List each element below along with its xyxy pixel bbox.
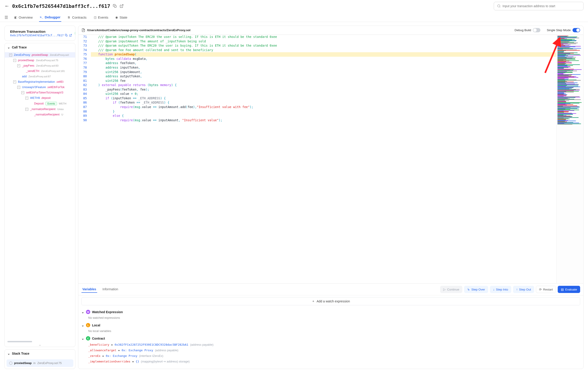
var-row[interactable]: _allowanceTarget = 0x: Exchange Proxy (a… bbox=[82, 347, 580, 353]
trace-row[interactable]: −WETH9.deposit bbox=[5, 95, 75, 101]
status-badge: Running bbox=[75, 30, 75, 36]
code-editor[interactable]: 71 /// @param inputToken The ERC20 the u… bbox=[78, 35, 556, 283]
external-link-icon[interactable] bbox=[69, 34, 72, 37]
debugger-icon: >_ bbox=[40, 15, 43, 19]
continue-button[interactable]: ▷Continue bbox=[440, 286, 462, 293]
collapse-icon[interactable]: − bbox=[21, 91, 24, 94]
code-line: 82 ) external payable returns (bytes mem… bbox=[78, 83, 556, 87]
var-row[interactable]: _beneficiary = 0x382fFCe2287252F930E1C8D… bbox=[82, 342, 580, 347]
tx-hash-link[interactable]: 0x6c1fb7ef5265447d1baff3cf...f617 bbox=[10, 34, 63, 37]
trace-row[interactable]: addZeroExProxy.sol:87 bbox=[5, 74, 75, 79]
collapse-icon[interactable]: − bbox=[25, 97, 28, 100]
code-line: 71 /// @param inputToken The ERC20 the u… bbox=[78, 35, 556, 39]
trace-row[interactable]: −BaseRegistrarImplementation.sellEt bbox=[5, 79, 75, 84]
step-out-button[interactable]: ↑Step Out bbox=[513, 286, 534, 293]
file-icon bbox=[82, 28, 85, 32]
var-group-header[interactable]: ⌄LLocal bbox=[82, 322, 580, 329]
plus-icon: ＋ bbox=[312, 299, 315, 303]
svg-rect-0 bbox=[115, 6, 116, 7]
code-line: 72 /// @param inputAmount The amount of … bbox=[78, 39, 556, 44]
trace-row[interactable]: DepositEvents WETH bbox=[5, 101, 75, 106]
code-line: 77 address feeToken, bbox=[78, 61, 556, 65]
var-group-header[interactable]: ⌄WWatched Expression bbox=[82, 308, 580, 315]
collapse-icon[interactable]: − bbox=[25, 108, 28, 111]
svg-point-1 bbox=[498, 5, 500, 7]
trace-row[interactable]: _normalizeRecipientU bbox=[5, 112, 75, 117]
trace-row[interactable]: −_normalizeRecipientUnisv bbox=[5, 106, 75, 112]
code-line: 81 uint256 fee bbox=[78, 79, 556, 83]
radio-icon bbox=[9, 362, 12, 365]
tab-state[interactable]: ◉State bbox=[115, 13, 128, 22]
collapse-icon[interactable]: − bbox=[9, 54, 12, 57]
search-box[interactable] bbox=[494, 2, 584, 10]
code-line: 85 if (inputToken == _ETH_ADDRESS) { bbox=[78, 96, 556, 101]
back-button[interactable]: ← bbox=[4, 3, 10, 9]
resize-handle[interactable]: ═ bbox=[5, 344, 75, 347]
overview-icon: ◧ bbox=[14, 16, 17, 19]
collapse-icon[interactable]: − bbox=[17, 86, 20, 89]
state-icon: ◉ bbox=[115, 16, 118, 19]
code-line: 73 /// @param outputToken The ERC20 the … bbox=[78, 43, 556, 48]
collapse-icon[interactable]: − bbox=[13, 81, 16, 83]
scrollbar[interactable] bbox=[7, 341, 32, 342]
add-watch-button[interactable]: ＋ Add a watch expression bbox=[82, 297, 580, 305]
collapse-icon[interactable]: − bbox=[17, 64, 20, 67]
minimap[interactable]: ████████████████████████████████████████… bbox=[556, 35, 583, 283]
menu-icon[interactable]: ☰ bbox=[4, 15, 8, 20]
tab-contracts[interactable]: 🗎Contracts bbox=[67, 13, 87, 22]
code-line: 78 address inputToken, bbox=[78, 65, 556, 70]
group-badge: C bbox=[86, 336, 90, 341]
chevron-down-icon: ⌄ bbox=[82, 310, 84, 314]
var-row[interactable]: _zeroEx = 0x: Exchange Proxy (interface … bbox=[82, 353, 580, 359]
chevron-down-icon: ⌄ bbox=[82, 337, 84, 340]
collapse-icon[interactable]: − bbox=[13, 59, 16, 62]
copy-icon[interactable] bbox=[65, 34, 68, 37]
step-out-icon: ↑ bbox=[516, 288, 518, 291]
tx-hash: 0x6c1fb7ef5265447d1baff3cf...f617 bbox=[12, 3, 110, 9]
stack-row[interactable]: proxiedSwapinZeroExProxy.sol:75 bbox=[7, 359, 74, 367]
code-line: 76 bytes calldata msgData, bbox=[78, 57, 556, 61]
trace-row[interactable]: −proxiedSwapZeroExProxy.sol:75 bbox=[5, 58, 75, 63]
code-line: 87 require(msg.value == inputAmount.add(… bbox=[78, 105, 556, 109]
svg-line-2 bbox=[500, 7, 500, 7]
play-icon: ▷ bbox=[443, 288, 446, 291]
code-line: 74 /// @param fee Fee amount collected a… bbox=[78, 48, 556, 52]
code-line: 84 uint256 value = 0; bbox=[78, 92, 556, 96]
code-line: 83 _payFees(feeToken, fee); bbox=[78, 87, 556, 92]
copy-icon[interactable] bbox=[113, 4, 117, 8]
search-input[interactable] bbox=[503, 4, 580, 8]
code-line: 86 if (feeToken == _ETH_ADDRESS) { bbox=[78, 101, 556, 105]
external-link-icon[interactable] bbox=[120, 4, 124, 8]
tx-title: Ethereum Transaction bbox=[10, 30, 72, 33]
trace-row[interactable]: _sendETHZeroExProxy.sol:181 bbox=[5, 68, 75, 74]
trace-row[interactable]: −sellEthForTokenToUniswapV3 bbox=[5, 90, 75, 95]
code-line: 75 function proxiedSwap( bbox=[78, 52, 556, 57]
single-step-toggle[interactable] bbox=[573, 28, 580, 32]
trace-row[interactable]: −UniswapV3Feature.sellEthForTok bbox=[5, 84, 75, 90]
debug-tab-variables[interactable]: Variables bbox=[82, 286, 97, 293]
restart-button[interactable]: ⟳Restart bbox=[536, 286, 556, 293]
file-path: /Users/kimbui/Code/src/swap-proxy-contra… bbox=[87, 29, 190, 32]
var-row[interactable]: _implementationOverrides = {} (mapping(b… bbox=[82, 359, 580, 364]
code-line: 90 require(msg.value == inputAmount, "In… bbox=[78, 118, 556, 123]
var-group-header[interactable]: ⌄CContract bbox=[82, 335, 580, 342]
group-badge: L bbox=[86, 323, 90, 327]
events-badge: Events bbox=[45, 102, 57, 105]
tab-events[interactable]: ◫Events bbox=[93, 13, 109, 22]
tab-debugger[interactable]: >_Debugger bbox=[39, 13, 62, 22]
call-trace-header[interactable]: ⌄ Call Trace bbox=[5, 43, 75, 51]
tab-overview[interactable]: ◧Overview bbox=[13, 13, 34, 22]
stack-trace-header[interactable]: ⌄ Stack Trace bbox=[5, 350, 75, 358]
code-line: 79 uint256 inputAmount, bbox=[78, 70, 556, 74]
trace-row[interactable]: −_payFeesZeroExProxy.sol:83 bbox=[5, 63, 75, 68]
step-into-button[interactable]: ↓Step Into bbox=[490, 286, 511, 293]
debug-build-toggle[interactable] bbox=[533, 28, 540, 32]
main-tabs: ☰ ◧Overview>_Debugger🗎Contracts◫Events◉S… bbox=[0, 12, 588, 22]
step-over-icon: ↳ bbox=[467, 288, 470, 291]
single-step-label: Single Step Mode bbox=[547, 29, 571, 32]
debug-tab-information[interactable]: Information bbox=[102, 286, 119, 293]
evaluate-button[interactable]: ▤Evaluate bbox=[558, 286, 580, 293]
code-line: 80 address outputToken, bbox=[78, 74, 556, 79]
step-over-button[interactable]: ↳Step Over bbox=[464, 286, 488, 293]
trace-row[interactable]: −ZeroExProxy.proxiedSwapZeroExProxy.sol: bbox=[5, 52, 75, 58]
